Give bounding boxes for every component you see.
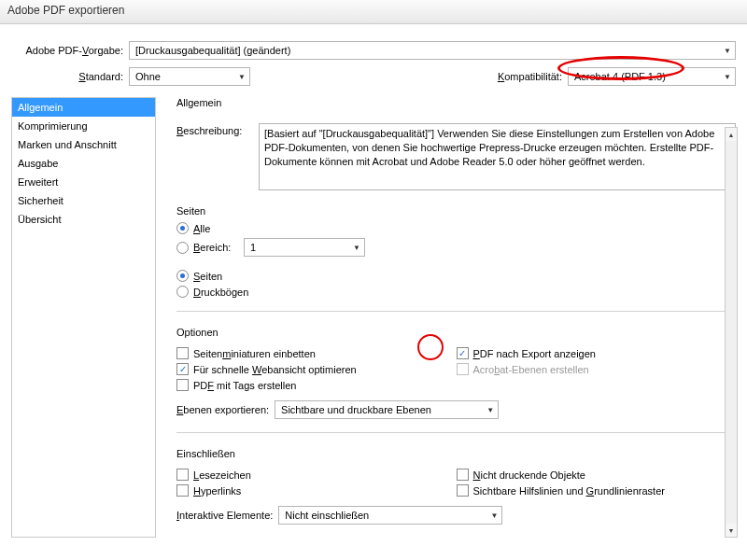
radio-all-label: Alle <box>193 223 210 234</box>
sidebar-item-marken[interactable]: Marken und Anschnitt <box>12 135 155 154</box>
export-layers-value: Sichtbare und druckbare Ebenen <box>281 404 431 415</box>
chevron-down-icon: ▼ <box>724 73 731 81</box>
check-tags[interactable] <box>176 379 189 391</box>
chevron-down-icon: ▼ <box>486 406 494 414</box>
check-hyperlinks-label: Hyperlinks <box>193 485 241 497</box>
chevron-down-icon: ▼ <box>724 47 731 55</box>
compat-label: Kompatibilität: <box>498 71 568 82</box>
chevron-down-icon: ▼ <box>490 511 498 520</box>
check-fastweb[interactable] <box>176 363 189 375</box>
check-tags-label: PDF mit Tags erstellen <box>193 380 296 391</box>
check-bookmarks-label: Lesezeichen <box>193 469 251 481</box>
pages-title: Seiten <box>176 205 736 217</box>
check-nonprinting[interactable] <box>457 469 469 481</box>
sidebar-item-sicherheit[interactable]: Sicherheit <box>12 191 155 210</box>
window-title: Adobe PDF exportieren <box>7 4 124 17</box>
range-combo[interactable]: 1 ▼ <box>244 238 365 257</box>
radio-spreads-label: Druckbögen <box>193 287 248 298</box>
check-bookmarks[interactable] <box>176 469 189 481</box>
description-textarea[interactable]: [Basiert auf "[Druckausgabequalität]"] V… <box>259 123 736 190</box>
scroll-down-button[interactable]: ▼ <box>726 524 737 537</box>
standard-combo[interactable]: Ohne ▼ <box>129 67 250 86</box>
sidebar-item-allgemein[interactable]: Allgemein <box>12 98 155 117</box>
options-title: Optionen <box>176 327 736 338</box>
check-layers <box>457 363 469 375</box>
sidebar-item-komprimierung[interactable]: Komprimierung <box>12 117 155 135</box>
check-layers-label: Acrobat-Ebenen erstellen <box>473 364 589 375</box>
radio-all[interactable] <box>176 222 189 234</box>
sidebar-item-erweitert[interactable]: Erweitert <box>12 173 155 191</box>
standard-label: Standard: <box>11 71 129 82</box>
check-thumbnails[interactable] <box>176 347 189 359</box>
export-layers-combo[interactable]: Sichtbare und druckbare Ebenen ▼ <box>275 400 499 419</box>
include-title: Einschließen <box>176 448 736 459</box>
pages-group: Seiten Alle Bereich: 1 ▼ Seiten Druckbög… <box>176 200 736 312</box>
main-panel: Allgemein Beschreibung: [Basiert auf "[D… <box>156 97 736 538</box>
radio-spreads[interactable] <box>176 286 189 298</box>
check-hyperlinks[interactable] <box>176 484 189 497</box>
check-guides-label: Sichtbare Hilfslinien und Grundlinienras… <box>473 485 665 497</box>
preset-value: [Druckausgabequalität] (geändert) <box>135 45 290 56</box>
chevron-down-icon: ▼ <box>238 73 246 81</box>
radio-range[interactable] <box>176 242 189 254</box>
compat-combo[interactable]: Acrobat 4 (PDF 1.3) ▼ <box>568 67 736 86</box>
interactive-label: Interaktive Elemente: <box>176 510 278 521</box>
sidebar-item-ausgabe[interactable]: Ausgabe <box>12 154 155 173</box>
description-label: Beschreibung: <box>176 123 259 136</box>
check-showpdf[interactable] <box>457 347 469 359</box>
range-value: 1 <box>250 242 256 253</box>
check-nonprinting-label: Nicht druckende Objekte <box>473 469 585 481</box>
sidebar-item-uebersicht[interactable]: Übersicht <box>12 210 155 229</box>
vertical-scrollbar[interactable]: ▲ ▼ <box>725 127 738 538</box>
preset-label: Adobe PDF-Vorgabe: <box>11 45 129 56</box>
standard-value: Ohne <box>135 71 161 82</box>
chevron-down-icon: ▼ <box>353 244 360 252</box>
preset-combo[interactable]: [Druckausgabequalität] (geändert) ▼ <box>129 41 736 60</box>
check-thumbnails-label: Seitenminiaturen einbetten <box>193 348 316 359</box>
check-guides[interactable] <box>457 484 469 497</box>
category-sidebar: Allgemein Komprimierung Marken und Ansch… <box>11 97 156 538</box>
interactive-value: Nicht einschließen <box>285 510 369 521</box>
options-group: Optionen Seitenminiaturen einbetten Für … <box>176 321 736 433</box>
radio-pages[interactable] <box>176 270 189 282</box>
window-titlebar: Adobe PDF exportieren <box>0 0 747 24</box>
radio-range-label: Bereich: <box>193 242 244 253</box>
include-group: Einschließen Lesezeichen Hyperlinks Nich… <box>176 442 736 538</box>
panel-heading: Allgemein <box>176 97 736 108</box>
scroll-up-button[interactable]: ▲ <box>726 128 737 141</box>
interactive-combo[interactable]: Nicht einschließen ▼ <box>278 506 502 525</box>
radio-pages-label: Seiten <box>193 271 222 282</box>
check-fastweb-label: Für schnelle Webansicht optimieren <box>193 364 357 375</box>
export-layers-label: Ebenen exportieren: <box>176 404 275 415</box>
check-showpdf-label: PDF nach Export anzeigen <box>473 348 596 359</box>
compat-value: Acrobat 4 (PDF 1.3) <box>574 71 666 82</box>
